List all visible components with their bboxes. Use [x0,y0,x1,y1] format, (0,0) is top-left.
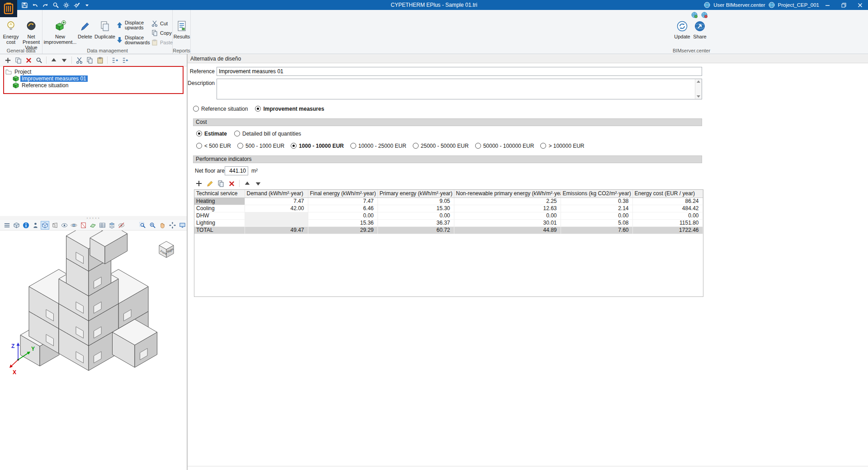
isometric-view-icon[interactable] [41,221,49,230]
table-row-heating[interactable]: Heating 7.47 7.47 9.05 2.25 0.38 86.24 [194,197,703,205]
edit-configuration-icon[interactable] [73,1,80,9]
cell-value[interactable]: 86.24 [632,197,703,205]
cell-value[interactable]: 0.00 [308,212,377,219]
move-down-button[interactable] [60,56,68,64]
radio-cost-gt-100000[interactable]: > 100000 EUR [540,143,584,149]
tree-item-improvement-measures[interactable]: Improvement measures 01 [0,75,187,82]
cell-value[interactable]: 0.00 [561,212,632,219]
radio-cost-lt-500[interactable]: < 500 EUR [196,143,231,149]
update-button[interactable]: Update [674,20,691,39]
duplicate-button[interactable] [14,56,22,64]
surfaces-icon[interactable] [89,221,97,230]
tables-icon[interactable] [98,221,107,230]
tree-item-label[interactable]: Improvement measures 01 [20,75,88,82]
radio-cost-500-1000[interactable]: 500 - 1000 EUR [237,143,284,149]
cell-value[interactable]: 0.38 [561,197,632,205]
cell-value[interactable]: 30.01 [454,219,561,226]
orbit-icon[interactable] [70,221,78,230]
minimize-button[interactable] [819,0,835,10]
edit-indicator-button[interactable] [206,179,214,188]
description-textarea[interactable] [217,79,702,99]
cell-value[interactable]: 36.37 [377,219,454,226]
share-button[interactable]: Share [692,20,708,39]
cell-service[interactable]: Heating [194,197,245,205]
close-button[interactable] [852,0,868,10]
paste-button[interactable]: Paste [151,38,173,47]
displace-upwards-button[interactable]: Displace upwards [116,19,150,31]
collapse-tree-button[interactable] [121,56,129,64]
scroll-up-icon[interactable] [697,80,700,83]
walkthrough-icon[interactable] [31,221,40,230]
displace-downwards-button[interactable]: Displace downwards [116,34,150,46]
cell-service[interactable]: Lighting [194,219,245,226]
radio-cost-25000-50000[interactable]: 25000 - 50000 EUR [413,143,469,149]
cell-value[interactable]: 12.63 [454,205,561,212]
radio-detailed-bill[interactable]: Detailed bill of quantities [234,131,301,137]
copy-button[interactable]: Copy [151,29,173,37]
connection-globe-icon[interactable] [691,11,698,19]
add-button[interactable] [4,56,12,64]
tree-item-label[interactable]: Project [13,69,33,75]
net-present-value-button[interactable]: Net Present Value [21,20,42,50]
cell-service[interactable]: Cooling [194,205,245,212]
zoom-icon[interactable] [148,221,157,230]
move-indicator-down-button[interactable] [254,179,262,188]
zoom-window-icon[interactable] [138,221,147,230]
add-indicator-button[interactable] [195,179,203,188]
tree-item-project[interactable]: Project [0,68,187,75]
cell-value[interactable]: 0.00 [454,212,561,219]
table-row-dhw[interactable]: DHW 0.00 0.00 0.00 0.00 0.00 [194,212,703,219]
section-icon[interactable] [79,221,88,230]
copy-button[interactable] [85,56,94,64]
sync-globe-icon[interactable] [701,11,708,19]
column-header[interactable]: Emissions (kg CO2/m²·year) [561,190,632,197]
column-header[interactable]: Energy cost (EUR / year) [632,190,703,197]
table-row-cooling[interactable]: Cooling 42.00 6.46 15.30 12.63 2.14 484.… [194,205,703,212]
radio-cost-50000-100000[interactable]: 50000 - 100000 EUR [475,143,534,149]
tree-item-reference-situation[interactable]: Reference situation [0,82,187,89]
scroll-down-icon[interactable] [697,95,700,98]
view-cube[interactable]: Front Right [154,238,179,263]
cell-value[interactable]: 484.42 [632,205,703,212]
cell-value[interactable]: 0.00 [377,212,454,219]
column-header[interactable]: Non-renewable primary energy (kWh/m²·yea… [454,190,561,197]
search-button[interactable] [35,56,43,64]
duplicate-button[interactable]: Duplicate [94,20,116,39]
info-icon[interactable] [22,221,30,230]
cut-button[interactable]: Cut [151,19,173,28]
perspective-view-icon[interactable] [51,221,59,230]
cell-value[interactable]: 15.30 [377,205,454,212]
user-globe-icon[interactable] [703,1,711,9]
radio-reference-situation[interactable]: Reference situation [193,106,248,112]
cell-value[interactable]: 9.05 [377,197,454,205]
user-label[interactable]: User BIMserver.center [713,2,765,8]
model-3d-viewport[interactable]: Front Right Z Y X [0,230,187,470]
undo-icon[interactable] [31,1,38,9]
reference-input[interactable] [217,67,702,76]
app-logo-icon[interactable] [0,0,17,17]
results-button[interactable]: Results [174,20,190,39]
redo-icon[interactable] [42,1,49,9]
move-indicator-up-button[interactable] [243,179,251,188]
radio-estimate[interactable]: Estimate [196,131,227,137]
expand-tree-button[interactable] [111,56,119,64]
cell-value[interactable]: 7.47 [308,197,377,205]
delete-button[interactable] [24,56,33,64]
copy-indicator-button[interactable] [217,179,225,188]
full-screen-icon[interactable] [178,221,187,230]
description-scrollbar[interactable] [695,79,702,99]
column-header[interactable]: Demand (kWh/m²·year) [245,190,308,197]
view-options-icon[interactable] [3,221,11,230]
configuration-icon[interactable] [62,1,70,9]
column-header[interactable]: Primary energy (kWh/m²·year) [377,190,454,197]
save-icon[interactable] [21,1,28,9]
tree-item-label[interactable]: Reference situation [20,82,70,89]
cell-value[interactable]: 5.08 [561,219,632,226]
radio-improvement-measures[interactable]: Improvement measures [255,106,324,112]
energy-cost-button[interactable]: Energy cost [1,20,21,45]
search-icon[interactable] [52,1,59,9]
cell-service[interactable]: DHW [194,212,245,219]
model-view-icon[interactable] [12,221,21,230]
move-up-button[interactable] [50,56,58,64]
layers-icon[interactable] [108,221,116,230]
